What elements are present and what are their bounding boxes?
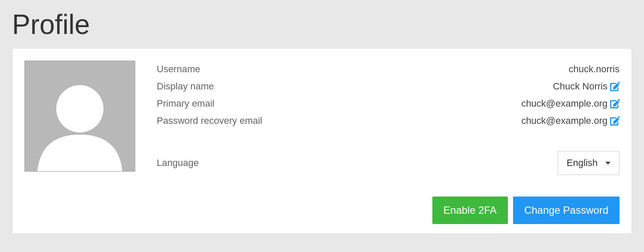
profile-card: Username chuck.norris Display name Chuck… xyxy=(12,48,632,234)
enable-2fa-button[interactable]: Enable 2FA xyxy=(432,197,508,224)
edit-icon[interactable] xyxy=(610,99,620,108)
language-label: Language xyxy=(157,157,199,169)
edit-icon[interactable] xyxy=(610,116,620,126)
language-value: English xyxy=(567,157,598,169)
details-column: Username chuck.norris Display name Chuck… xyxy=(157,61,620,224)
username-row: Username chuck.norris xyxy=(157,61,620,78)
recoveryemail-label: Password recovery email xyxy=(157,115,262,126)
person-icon xyxy=(28,72,131,172)
primaryemail-row: Primary email chuck@example.org xyxy=(157,95,620,112)
button-row: Enable 2FA Change Password xyxy=(157,197,620,224)
language-select[interactable]: English xyxy=(558,151,620,175)
displayname-row: Display name Chuck Norris xyxy=(157,78,620,95)
edit-icon[interactable] xyxy=(610,82,620,91)
recoveryemail-row: Password recovery email chuck@example.or… xyxy=(157,112,620,129)
svg-point-0 xyxy=(56,85,103,132)
page-title: Profile xyxy=(0,0,644,48)
primaryemail-value: chuck@example.org xyxy=(521,98,608,109)
displayname-label: Display name xyxy=(157,81,214,92)
spacer xyxy=(157,129,620,151)
change-password-button[interactable]: Change Password xyxy=(513,197,620,224)
username-value: chuck.norris xyxy=(568,64,620,75)
displayname-value: Chuck Norris xyxy=(553,81,608,92)
primaryemail-label: Primary email xyxy=(157,98,214,109)
avatar-placeholder xyxy=(24,61,135,172)
recoveryemail-value: chuck@example.org xyxy=(521,115,608,126)
username-label: Username xyxy=(157,64,200,75)
language-row: Language English xyxy=(157,151,620,175)
caret-down-icon xyxy=(605,162,611,165)
avatar-column xyxy=(24,61,135,224)
